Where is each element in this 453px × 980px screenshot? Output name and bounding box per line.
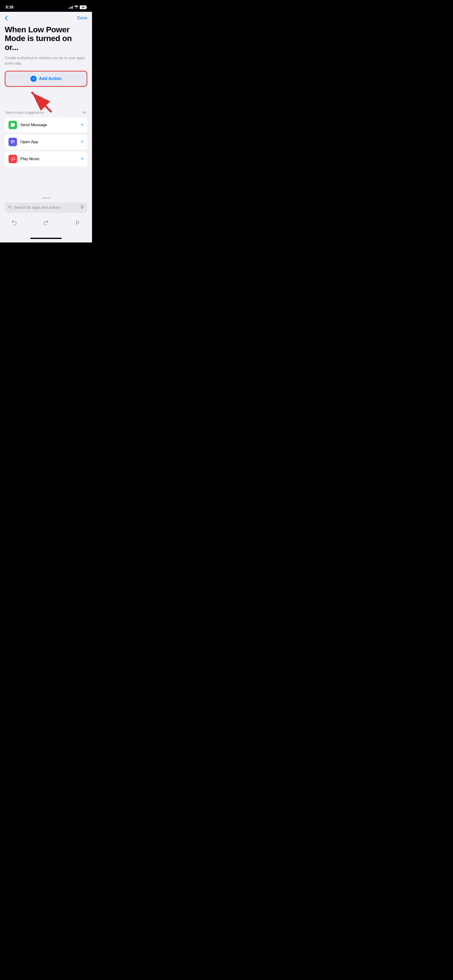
add-play-music-button[interactable]: + [81,156,83,162]
done-button[interactable]: Done [77,16,87,21]
search-bar[interactable]: Search for apps and actions [5,202,87,213]
svg-point-0 [76,8,77,9]
add-send-message-button[interactable]: + [81,122,83,127]
header-section: When Low Power Mode is turned on or... C… [0,22,92,92]
play-button[interactable] [73,218,83,228]
home-bar [30,238,62,239]
suggestion-play-music[interactable]: Play Music + [5,151,87,167]
microphone-icon[interactable] [80,205,84,210]
svg-line-2 [32,93,51,111]
main-content: Done When Low Power Mode is turned on or… [0,12,92,242]
open-app-label: Open App [20,140,77,144]
search-icon [8,205,12,210]
suggestion-open-app[interactable]: Open App + [5,134,87,150]
nav-bar: Done [0,12,92,22]
add-open-app-button[interactable]: + [81,139,83,145]
add-action-label: Add Action [39,76,61,81]
home-indicator [0,234,92,242]
suggestions-section: Next Action Suggestions Send Message + [0,110,92,167]
wifi-icon [74,5,78,9]
status-icons: 54 [69,5,86,9]
signal-bars-icon [69,6,73,9]
page-subtitle: Create a shortcut to actions you do in y… [5,56,87,66]
bottom-sheet: Search for apps and actions [0,194,92,234]
undo-icon [11,220,17,226]
back-button[interactable] [5,16,8,21]
play-music-label: Play Music [20,157,77,161]
svg-rect-7 [81,205,83,208]
redo-icon [43,220,49,226]
red-arrow-icon [27,89,56,113]
bottom-toolbar [5,216,87,230]
suggestion-send-message[interactable]: Send Message + [5,118,87,132]
spacer [0,169,92,187]
search-placeholder-text: Search for apps and actions [14,205,78,210]
status-time: 8:38 [6,5,13,10]
battery-icon: 54 [80,5,86,9]
svg-rect-5 [11,142,13,144]
svg-rect-4 [13,140,14,142]
undo-button[interactable] [10,218,19,228]
add-action-button[interactable]: + Add Action [5,71,87,87]
redo-button[interactable] [41,218,51,228]
arrow-annotation [0,92,92,110]
page-title: When Low Power Mode is turned on or... [5,25,87,52]
add-action-circle-icon: + [30,76,37,82]
send-message-label: Send Message [20,123,77,127]
messages-app-icon [8,121,17,129]
bottom-sheet-handle [42,197,50,199]
phone-container: 8:38 54 [0,0,92,242]
music-app-icon [8,155,17,163]
svg-rect-3 [11,140,13,142]
play-icon [76,220,80,226]
open-app-icon [8,138,17,146]
suggestions-chevron-icon[interactable] [83,110,86,115]
status-bar: 8:38 54 [0,0,92,12]
